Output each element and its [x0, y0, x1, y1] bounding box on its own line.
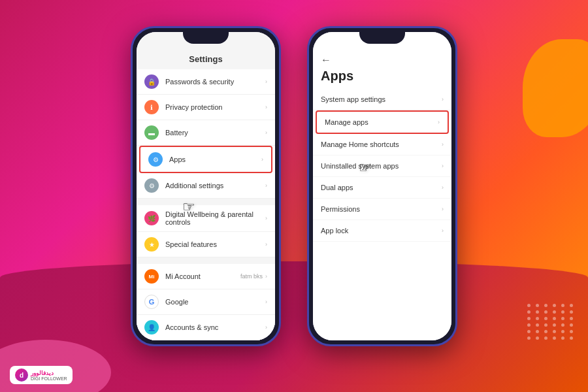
accounts-sync-chevron: › [265, 324, 267, 331]
google-chevron: › [265, 299, 267, 305]
dual-apps-chevron: › [442, 184, 444, 191]
right-phone-screen: ← Apps System app settings › Manage apps… [313, 32, 451, 340]
system-app-chevron: › [442, 96, 444, 103]
apps-item-dual-apps[interactable]: Dual apps › [313, 177, 451, 199]
settings-title: Settings [137, 50, 275, 69]
battery-icon: ▬ [144, 125, 159, 140]
apps-item-permissions[interactable]: Permissions › [313, 199, 451, 220]
battery-chevron: › [265, 129, 267, 136]
phones-container: Settings 🔒 Passwords & security › ℹ Priv… [131, 26, 457, 346]
google-label: Google [165, 298, 265, 306]
mi-account-value: fatm bks [240, 273, 263, 280]
permissions-label: Permissions [321, 205, 442, 213]
passwords-chevron: › [265, 78, 267, 85]
settings-list-section3: Mi Mi Account fatm bks › G Google › 👤 [137, 264, 275, 340]
apps-item-manage-apps[interactable]: Manage apps › [316, 110, 449, 134]
manage-home-label: Manage Home shortcuts [321, 140, 442, 148]
apps-screen-title: Apps [313, 67, 451, 89]
apps-item-system-app[interactable]: System app settings › [313, 89, 451, 110]
passwords-label: Passwords & security [165, 78, 265, 86]
left-phone-notch [183, 32, 229, 44]
settings-item-additional[interactable]: ⚙ Additional settings › [137, 173, 275, 199]
settings-item-privacy[interactable]: ℹ Privacy protection › [137, 95, 275, 120]
settings-item-passwords[interactable]: 🔒 Passwords & security › [137, 69, 275, 95]
settings-item-google[interactable]: G Google › [137, 289, 275, 315]
passwords-icon: 🔒 [144, 74, 159, 89]
right-phone-notch [359, 32, 405, 44]
apps-item-uninstalled[interactable]: Uninstalled system apps › [313, 155, 451, 177]
settings-item-mi-account[interactable]: Mi Mi Account fatm bks › [137, 264, 275, 289]
accounts-sync-label: Accounts & sync [165, 323, 265, 331]
mi-account-chevron: › [265, 273, 267, 280]
settings-list-section1: 🔒 Passwords & security › ℹ Privacy prote… [137, 69, 275, 199]
uninstalled-label: Uninstalled system apps [321, 162, 442, 170]
privacy-icon: ℹ [144, 100, 159, 114]
additional-chevron: › [265, 182, 267, 189]
additional-label: Additional settings [165, 182, 265, 189]
special-icon: ★ [144, 237, 159, 252]
mi-account-icon: Mi [144, 269, 159, 284]
apps-label: Apps [169, 155, 261, 163]
manage-home-chevron: › [442, 141, 444, 148]
privacy-chevron: › [265, 104, 267, 110]
dual-apps-label: Dual apps [321, 184, 442, 191]
privacy-label: Privacy protection [165, 103, 265, 111]
apps-list: System app settings › Manage apps › Mana… [313, 89, 451, 242]
settings-list-section2: 🌿 Digital Wellbeing & parental controls … [137, 205, 275, 257]
settings-item-wellbeing[interactable]: 🌿 Digital Wellbeing & parental controls … [137, 205, 275, 232]
back-button[interactable]: ← [313, 50, 451, 67]
right-phone: ← Apps System app settings › Manage apps… [307, 26, 457, 346]
logo-english: DIGI FOLLOWER [31, 376, 67, 381]
wellbeing-icon: 🌿 [144, 211, 159, 225]
accounts-sync-icon: 👤 [144, 320, 159, 335]
logo-persian: دیدفالوور [31, 370, 67, 376]
settings-item-accounts-sync[interactable]: 👤 Accounts & sync › [137, 315, 275, 340]
app-lock-chevron: › [442, 227, 444, 234]
settings-screen: Settings 🔒 Passwords & security › ℹ Priv… [137, 32, 275, 340]
dot-grid-decoration [527, 304, 575, 340]
logo-text: دیدفالوور DIGI FOLLOWER [31, 370, 67, 381]
left-phone-screen: Settings 🔒 Passwords & security › ℹ Priv… [137, 32, 275, 340]
logo-icon: d [15, 368, 28, 382]
manage-apps-label: Manage apps [325, 118, 438, 126]
settings-item-apps[interactable]: ⚙ Apps › [139, 146, 272, 173]
app-lock-label: App lock [321, 227, 442, 235]
apps-item-manage-home[interactable]: Manage Home shortcuts › [313, 134, 451, 155]
apps-chevron: › [261, 156, 263, 163]
apps-item-app-lock[interactable]: App lock › [313, 220, 451, 242]
uninstalled-chevron: › [442, 163, 444, 169]
wellbeing-chevron: › [265, 215, 267, 221]
battery-label: Battery [165, 129, 265, 137]
left-phone: Settings 🔒 Passwords & security › ℹ Priv… [131, 26, 281, 346]
system-app-label: System app settings [321, 95, 442, 103]
divider-1 [137, 199, 275, 205]
mi-account-label: Mi Account [165, 272, 240, 280]
permissions-chevron: › [442, 206, 444, 212]
google-icon: G [144, 295, 159, 309]
manage-apps-chevron: › [438, 119, 440, 125]
wellbeing-label: Digital Wellbeing & parental controls [165, 210, 265, 226]
logo: d دیدفالوور DIGI FOLLOWER [10, 366, 73, 384]
settings-item-special[interactable]: ★ Special features › [137, 232, 275, 257]
special-label: Special features [165, 240, 265, 248]
divider-2 [137, 257, 275, 264]
apps-screen: ← Apps System app settings › Manage apps… [313, 32, 451, 340]
settings-item-battery[interactable]: ▬ Battery › [137, 120, 275, 146]
additional-icon: ⚙ [144, 178, 159, 193]
apps-settings-icon: ⚙ [148, 152, 163, 167]
special-chevron: › [265, 241, 267, 248]
